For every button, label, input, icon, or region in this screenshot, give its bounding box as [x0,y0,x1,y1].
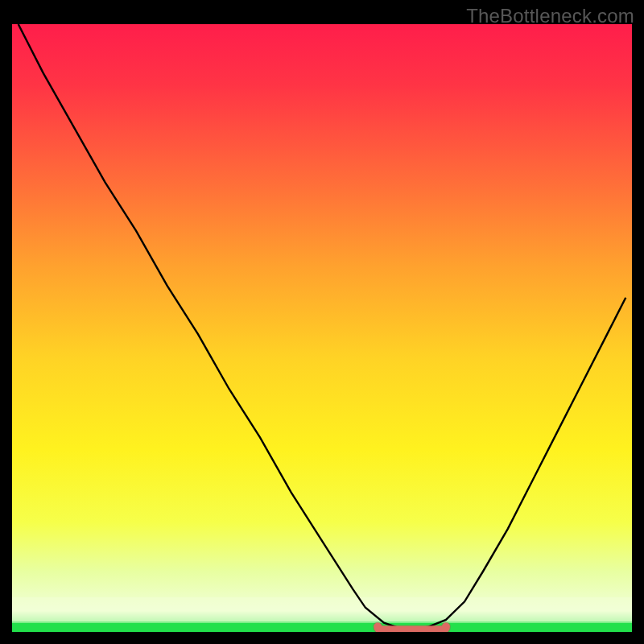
bottleneck-chart [12,24,632,632]
optimal-range-marker [378,627,446,630]
green-baseline-band [12,623,632,632]
chart-frame [12,24,632,632]
pale-band [12,597,632,621]
